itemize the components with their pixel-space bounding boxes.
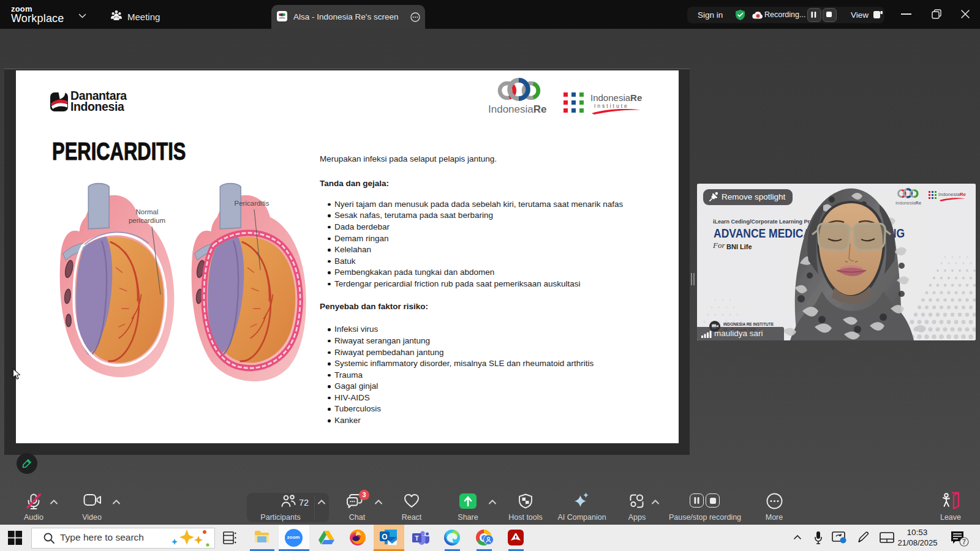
svg-text:Normal: Normal xyxy=(135,208,158,216)
svg-text:Institute: Institute xyxy=(594,103,629,109)
svg-text:Pericarditis: Pericarditis xyxy=(235,200,270,207)
svg-text:T: T xyxy=(415,535,418,542)
svg-text:7: 7 xyxy=(962,538,966,545)
svg-text:IndonesiaRe: IndonesiaRe xyxy=(590,92,642,103)
svg-text:IndonesiaRe: IndonesiaRe xyxy=(488,103,546,115)
svg-text:O: O xyxy=(382,533,387,541)
svg-text:pericardium: pericardium xyxy=(129,217,165,224)
